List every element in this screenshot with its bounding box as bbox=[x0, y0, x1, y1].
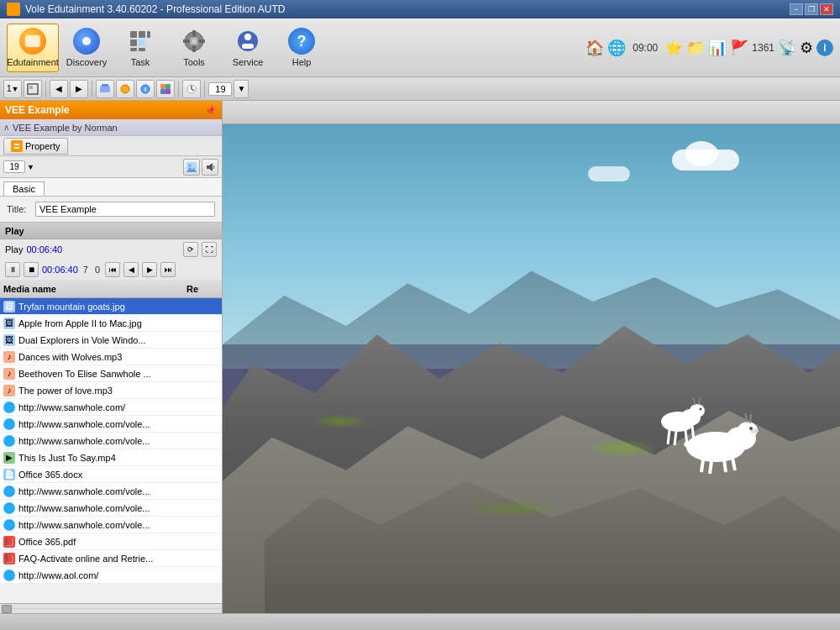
media-item-name: Apple from Apple II to Mac.jpg bbox=[18, 318, 218, 328]
tb2-dropdown2[interactable]: ▼ bbox=[234, 80, 249, 98]
media-list-item[interactable]: 📕Office 365.pdf bbox=[0, 533, 222, 550]
media-list-item[interactable]: ♪Dances with Wolves.mp3 bbox=[0, 349, 222, 365]
tb2-btn5[interactable] bbox=[156, 80, 175, 98]
home-icon[interactable]: 🏠 bbox=[585, 39, 604, 57]
window-title: Vole Edutainment 3.40.60202 - Profession… bbox=[25, 3, 286, 15]
media-list-item[interactable]: 🖼Apple from Apple II to Mac.jpg bbox=[0, 315, 222, 332]
media-item-name: http://www.sanwhole.com/ bbox=[18, 402, 218, 412]
settings-icon[interactable]: ⚙ bbox=[800, 39, 813, 57]
close-button[interactable]: ✕ bbox=[820, 3, 833, 15]
media-list-item[interactable]: ♪The power of love.mp3 bbox=[0, 382, 222, 399]
play-loop-btn[interactable]: ⟳ bbox=[183, 242, 198, 257]
example-subtitle: VEE Example by Norman bbox=[13, 123, 118, 133]
property-tab[interactable]: Property bbox=[3, 138, 68, 155]
title-label: Title: bbox=[7, 204, 30, 214]
example-bar: ∧ VEE Example by Norman bbox=[0, 119, 222, 136]
media-item-name: Dual Explorers in Vole Windo... bbox=[18, 335, 218, 345]
h-scroll-track bbox=[12, 608, 222, 609]
media-item-type-icon: 🌐 bbox=[3, 570, 15, 581]
tb2-dropdown1-icon: ▼ bbox=[12, 85, 19, 93]
svg-rect-2 bbox=[147, 31, 150, 38]
tb2-btn3[interactable] bbox=[116, 80, 134, 98]
media-col-re: Re bbox=[180, 284, 205, 294]
tb2-btn2[interactable] bbox=[96, 80, 114, 98]
svg-text:i: i bbox=[145, 87, 147, 92]
media-list-item[interactable]: 🌐http://www.aol.com/ bbox=[0, 567, 222, 584]
play-fwd-btn[interactable]: ▶ bbox=[142, 262, 157, 277]
play-stop-btn[interactable]: ⏹ bbox=[24, 262, 39, 277]
tb2-number2-group: 19 ▼ bbox=[208, 80, 249, 98]
toolbar-edutainment[interactable]: Edutainment bbox=[7, 24, 59, 72]
title-input[interactable] bbox=[35, 202, 215, 217]
media-list-item[interactable]: 🌐http://www.sanwhole.com/vole... bbox=[0, 517, 222, 533]
play-expand-btn[interactable]: ⛶ bbox=[202, 242, 217, 257]
media-item-name: http://www.sanwhole.com/vole... bbox=[18, 520, 218, 530]
tb2-forward-btn[interactable]: ▶ bbox=[70, 80, 88, 98]
ctrl-sound-btn[interactable] bbox=[202, 159, 218, 176]
media-list-item[interactable]: 🌐http://www.sanwhole.com/vole... bbox=[0, 483, 222, 500]
service-icon bbox=[234, 28, 261, 55]
tools-label: Tools bbox=[183, 57, 205, 67]
tb2-btn1[interactable] bbox=[24, 80, 42, 98]
media-list-item[interactable]: 📄Office 365.docx bbox=[0, 466, 222, 483]
media-list-item[interactable]: ♪Beethoven To Elise Sanwhole ... bbox=[0, 365, 222, 382]
toolbar-task[interactable]: Task bbox=[114, 24, 166, 72]
tb2-number2-box[interactable]: 19 bbox=[208, 82, 232, 96]
toolbar-discovery[interactable]: Discovery bbox=[60, 24, 113, 72]
ctrl-number[interactable]: 19 bbox=[3, 160, 25, 173]
ctrl-dropdown[interactable]: ▼ bbox=[27, 163, 34, 171]
media-list-item[interactable]: 🌐http://www.sanwhole.com/vole... bbox=[0, 433, 222, 449]
help-label: Help bbox=[292, 57, 312, 67]
media-item-name: Beethoven To Elise Sanwhole ... bbox=[18, 369, 218, 379]
separator-4 bbox=[204, 81, 205, 97]
play-pause-btn[interactable]: ⏸ bbox=[5, 262, 20, 277]
media-item-name: Tryfan mountain goats.jpg bbox=[18, 302, 218, 312]
tb2-btn6[interactable] bbox=[182, 80, 201, 98]
restore-button[interactable]: ❐ bbox=[805, 3, 818, 15]
expand-icon[interactable]: ∧ bbox=[3, 123, 9, 132]
media-list[interactable]: 🖼Tryfan mountain goats.jpg🖼Apple from Ap… bbox=[0, 298, 222, 584]
media-list-item[interactable]: 📕FAQ-Activate online and Retrie... bbox=[0, 550, 222, 567]
media-list-item[interactable]: 🖼Tryfan mountain goats.jpg bbox=[0, 298, 222, 315]
media-col-name: Media name bbox=[3, 284, 176, 294]
tb2-back-btn[interactable]: ◀ bbox=[50, 80, 68, 98]
media-item-type-icon: 🌐 bbox=[3, 435, 15, 447]
svg-rect-6 bbox=[139, 48, 145, 51]
play-prev-btn[interactable]: ⏮ bbox=[105, 262, 120, 277]
media-list-item[interactable]: ▶This Is Just To Say.mp4 bbox=[0, 449, 222, 466]
horizontal-scrollbar[interactable] bbox=[0, 603, 222, 613]
svg-point-52 bbox=[690, 404, 705, 417]
media-item-name: The power of love.mp3 bbox=[18, 386, 218, 396]
left-panel: VEE Example 📌 ∧ VEE Example by Norman Pr… bbox=[0, 101, 223, 613]
title-field-row: Title: bbox=[0, 197, 222, 222]
media-item-type-icon: 🌐 bbox=[3, 402, 15, 413]
tb2-num1[interactable]: 1 ▼ bbox=[3, 80, 22, 98]
toolbar-service[interactable]: Service bbox=[222, 24, 274, 72]
minimize-button[interactable]: − bbox=[790, 3, 803, 15]
svg-rect-9 bbox=[192, 30, 196, 37]
svg-rect-4 bbox=[139, 39, 145, 46]
svg-point-35 bbox=[188, 164, 192, 167]
info-icon[interactable]: i bbox=[816, 39, 833, 56]
media-item-type-icon: 🌐 bbox=[3, 519, 15, 531]
media-list-item[interactable]: 🌐http://www.sanwhole.com/vole... bbox=[0, 416, 222, 433]
basic-tab[interactable]: Basic bbox=[3, 181, 45, 196]
tb2-btn4[interactable]: i bbox=[136, 80, 155, 98]
play-header-label: Play bbox=[5, 226, 24, 236]
pin-icon[interactable]: 📌 bbox=[205, 105, 217, 116]
toolbar-tools[interactable]: Tools bbox=[168, 24, 220, 72]
toolbar-help[interactable]: ? Help bbox=[276, 24, 328, 72]
svg-point-21 bbox=[121, 85, 129, 93]
controls-bar: 19 ▼ bbox=[0, 156, 222, 178]
svg-line-58 bbox=[685, 430, 687, 444]
edutainment-icon bbox=[19, 28, 46, 55]
ctrl-img-btn[interactable] bbox=[183, 159, 200, 176]
media-list-item[interactable]: 🖼Dual Explorers in Vole Windo... bbox=[0, 332, 222, 349]
media-list-header: Media name Re bbox=[0, 280, 222, 298]
media-list-item[interactable]: 🌐http://www.sanwhole.com/ bbox=[0, 399, 222, 416]
media-list-item[interactable]: 🌐http://www.sanwhole.com/vole... bbox=[0, 500, 222, 517]
play-next-btn[interactable]: ⏭ bbox=[160, 262, 176, 277]
svg-line-53 bbox=[693, 397, 696, 405]
play-back-btn[interactable]: ◀ bbox=[123, 262, 139, 277]
svg-rect-16 bbox=[242, 44, 254, 49]
